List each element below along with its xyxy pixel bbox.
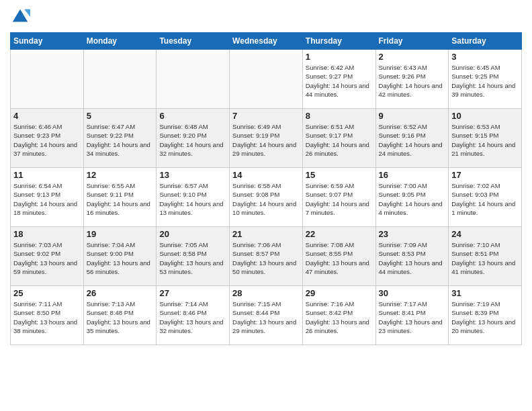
day-number: 9 <box>379 111 446 121</box>
day-info: Sunrise: 6:45 AMSunset: 9:25 PMDaylight:… <box>451 63 519 99</box>
day-number: 29 <box>306 288 373 298</box>
day-number: 12 <box>87 170 154 180</box>
day-info: Sunrise: 6:42 AMSunset: 9:27 PMDaylight:… <box>306 63 373 99</box>
logo <box>10 7 33 27</box>
day-number: 23 <box>379 229 446 239</box>
svg-marker-1 <box>24 9 30 17</box>
calendar-day-cell <box>83 50 157 109</box>
calendar-day-cell: 16Sunrise: 7:00 AMSunset: 9:05 PMDayligh… <box>375 168 449 227</box>
day-info: Sunrise: 7:16 AMSunset: 8:42 PMDaylight:… <box>306 300 373 335</box>
calendar-day-cell: 23Sunrise: 7:09 AMSunset: 8:53 PMDayligh… <box>375 227 449 286</box>
day-number: 6 <box>159 111 226 121</box>
calendar-day-cell: 10Sunrise: 6:53 AMSunset: 9:15 PMDayligh… <box>449 109 522 168</box>
day-number: 3 <box>451 52 519 62</box>
day-info: Sunrise: 7:11 AMSunset: 8:50 PMDaylight:… <box>13 300 81 335</box>
day-info: Sunrise: 7:10 AMSunset: 8:51 PMDaylight:… <box>451 240 519 276</box>
calendar-day-cell <box>11 50 84 109</box>
day-info: Sunrise: 6:43 AMSunset: 9:26 PMDaylight:… <box>379 63 446 99</box>
header <box>10 7 522 27</box>
calendar-day-cell: 27Sunrise: 7:14 AMSunset: 8:46 PMDayligh… <box>157 286 230 345</box>
calendar-day-cell: 15Sunrise: 6:59 AMSunset: 9:07 PMDayligh… <box>302 168 375 227</box>
day-number: 8 <box>306 111 373 121</box>
day-info: Sunrise: 6:46 AMSunset: 9:23 PMDaylight:… <box>13 122 81 158</box>
calendar-day-cell: 18Sunrise: 7:03 AMSunset: 9:02 PMDayligh… <box>11 227 84 286</box>
calendar-day-header: Friday <box>375 33 449 50</box>
calendar-day-cell: 29Sunrise: 7:16 AMSunset: 8:42 PMDayligh… <box>302 286 375 345</box>
logo-icon <box>10 7 30 27</box>
calendar-day-header: Saturday <box>449 33 522 50</box>
day-info: Sunrise: 7:17 AMSunset: 8:41 PMDaylight:… <box>379 300 446 335</box>
calendar-day-header: Sunday <box>11 33 84 50</box>
calendar-day-cell: 28Sunrise: 7:15 AMSunset: 8:44 PMDayligh… <box>230 286 303 345</box>
day-number: 28 <box>232 288 300 298</box>
day-info: Sunrise: 6:48 AMSunset: 9:20 PMDaylight:… <box>159 122 226 158</box>
day-number: 2 <box>379 52 446 62</box>
calendar-day-cell: 22Sunrise: 7:08 AMSunset: 8:55 PMDayligh… <box>302 227 375 286</box>
calendar-day-cell: 26Sunrise: 7:13 AMSunset: 8:48 PMDayligh… <box>83 286 157 345</box>
day-number: 15 <box>306 170 373 180</box>
day-number: 4 <box>13 111 81 121</box>
day-info: Sunrise: 7:03 AMSunset: 9:02 PMDaylight:… <box>13 240 81 276</box>
day-info: Sunrise: 7:04 AMSunset: 9:00 PMDaylight:… <box>87 240 154 276</box>
day-number: 13 <box>159 170 226 180</box>
day-number: 27 <box>159 288 226 298</box>
calendar-day-cell: 14Sunrise: 6:58 AMSunset: 9:08 PMDayligh… <box>230 168 303 227</box>
calendar-day-cell: 6Sunrise: 6:48 AMSunset: 9:20 PMDaylight… <box>157 109 230 168</box>
day-number: 22 <box>306 229 373 239</box>
calendar-week-row: 4Sunrise: 6:46 AMSunset: 9:23 PMDaylight… <box>11 109 522 168</box>
calendar-day-cell: 25Sunrise: 7:11 AMSunset: 8:50 PMDayligh… <box>11 286 84 345</box>
day-number: 24 <box>451 229 519 239</box>
calendar-day-cell: 9Sunrise: 6:52 AMSunset: 9:16 PMDaylight… <box>375 109 449 168</box>
day-number: 19 <box>87 229 154 239</box>
calendar-day-header: Tuesday <box>157 33 230 50</box>
calendar-day-cell: 20Sunrise: 7:05 AMSunset: 8:58 PMDayligh… <box>157 227 230 286</box>
day-info: Sunrise: 6:57 AMSunset: 9:10 PMDaylight:… <box>159 181 226 217</box>
day-info: Sunrise: 6:59 AMSunset: 9:07 PMDaylight:… <box>306 181 373 217</box>
day-number: 20 <box>159 229 226 239</box>
day-number: 25 <box>13 288 81 298</box>
day-info: Sunrise: 6:49 AMSunset: 9:19 PMDaylight:… <box>232 122 300 158</box>
day-info: Sunrise: 7:09 AMSunset: 8:53 PMDaylight:… <box>379 240 446 276</box>
calendar-week-row: 1Sunrise: 6:42 AMSunset: 9:27 PMDaylight… <box>11 50 522 109</box>
day-info: Sunrise: 6:58 AMSunset: 9:08 PMDaylight:… <box>232 181 300 217</box>
day-number: 17 <box>451 170 519 180</box>
calendar-day-cell: 12Sunrise: 6:55 AMSunset: 9:11 PMDayligh… <box>83 168 157 227</box>
day-number: 14 <box>232 170 300 180</box>
day-number: 5 <box>87 111 154 121</box>
calendar-day-cell <box>157 50 230 109</box>
day-number: 7 <box>232 111 300 121</box>
calendar-day-cell: 8Sunrise: 6:51 AMSunset: 9:17 PMDaylight… <box>302 109 375 168</box>
calendar-day-cell: 24Sunrise: 7:10 AMSunset: 8:51 PMDayligh… <box>449 227 522 286</box>
calendar-day-cell: 3Sunrise: 6:45 AMSunset: 9:25 PMDaylight… <box>449 50 522 109</box>
day-number: 1 <box>306 52 373 62</box>
calendar-day-cell: 19Sunrise: 7:04 AMSunset: 9:00 PMDayligh… <box>83 227 157 286</box>
day-info: Sunrise: 7:05 AMSunset: 8:58 PMDaylight:… <box>159 240 226 276</box>
calendar-day-cell: 21Sunrise: 7:06 AMSunset: 8:57 PMDayligh… <box>230 227 303 286</box>
day-info: Sunrise: 6:47 AMSunset: 9:22 PMDaylight:… <box>87 122 154 158</box>
calendar-day-header: Monday <box>83 33 157 50</box>
day-info: Sunrise: 6:53 AMSunset: 9:15 PMDaylight:… <box>451 122 519 158</box>
day-number: 16 <box>379 170 446 180</box>
day-info: Sunrise: 6:51 AMSunset: 9:17 PMDaylight:… <box>306 122 373 158</box>
calendar-day-cell: 17Sunrise: 7:02 AMSunset: 9:03 PMDayligh… <box>449 168 522 227</box>
day-info: Sunrise: 7:00 AMSunset: 9:05 PMDaylight:… <box>379 181 446 217</box>
day-info: Sunrise: 7:19 AMSunset: 8:39 PMDaylight:… <box>451 300 519 335</box>
calendar-day-cell: 4Sunrise: 6:46 AMSunset: 9:23 PMDaylight… <box>11 109 84 168</box>
day-info: Sunrise: 6:54 AMSunset: 9:13 PMDaylight:… <box>13 181 81 217</box>
calendar-header-row: SundayMondayTuesdayWednesdayThursdayFrid… <box>11 33 522 50</box>
calendar-day-cell: 30Sunrise: 7:17 AMSunset: 8:41 PMDayligh… <box>375 286 449 345</box>
day-info: Sunrise: 7:02 AMSunset: 9:03 PMDaylight:… <box>451 181 519 217</box>
calendar-day-cell: 1Sunrise: 6:42 AMSunset: 9:27 PMDaylight… <box>302 50 375 109</box>
page: SundayMondayTuesdayWednesdayThursdayFrid… <box>0 0 532 355</box>
day-number: 18 <box>13 229 81 239</box>
day-info: Sunrise: 7:14 AMSunset: 8:46 PMDaylight:… <box>159 300 226 335</box>
calendar-week-row: 11Sunrise: 6:54 AMSunset: 9:13 PMDayligh… <box>11 168 522 227</box>
calendar-week-row: 25Sunrise: 7:11 AMSunset: 8:50 PMDayligh… <box>11 286 522 345</box>
calendar-day-header: Wednesday <box>230 33 303 50</box>
day-number: 11 <box>13 170 81 180</box>
calendar-table: SundayMondayTuesdayWednesdayThursdayFrid… <box>10 32 522 345</box>
day-number: 21 <box>232 229 300 239</box>
day-info: Sunrise: 7:06 AMSunset: 8:57 PMDaylight:… <box>232 240 300 276</box>
day-number: 10 <box>451 111 519 121</box>
calendar-day-cell: 13Sunrise: 6:57 AMSunset: 9:10 PMDayligh… <box>157 168 230 227</box>
